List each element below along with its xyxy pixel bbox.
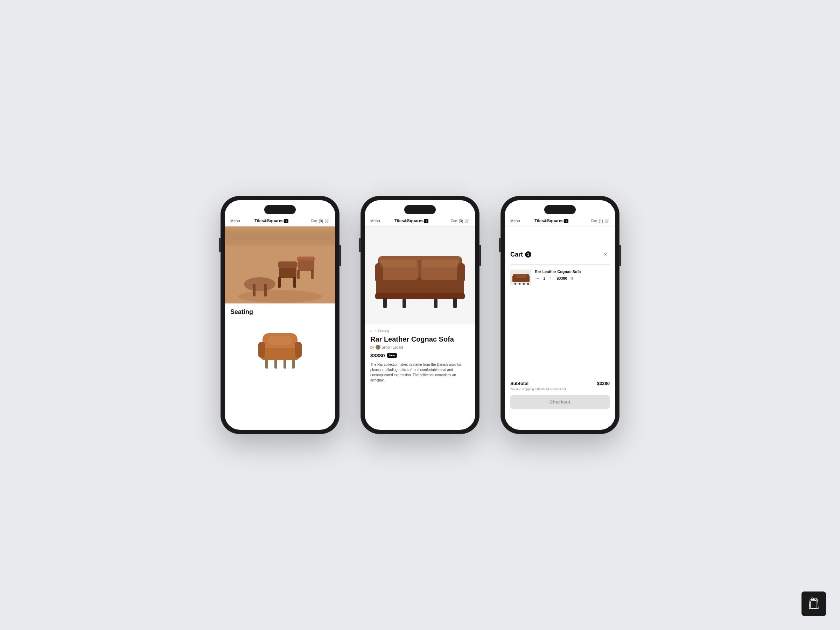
svg-rect-42 (526, 275, 529, 280)
shopify-icon (807, 597, 820, 611)
svg-rect-41 (512, 275, 516, 280)
phone2-cart-button[interactable]: Cart (0) 🛒 (451, 218, 470, 223)
svg-rect-19 (275, 360, 277, 369)
phone3: Menu Tiles&Squares+ Cart (1) 🛒 Cart 1 (501, 196, 619, 434)
svg-rect-44 (519, 283, 521, 284)
svg-rect-17 (295, 342, 302, 358)
qty-value: 1 (543, 276, 545, 280)
svg-rect-32 (383, 298, 387, 308)
svg-rect-34 (434, 299, 437, 308)
breadcrumb-sep: > (374, 328, 376, 333)
phone2-product-image (365, 226, 475, 324)
phone1-cart-button[interactable]: Cart (0) 🛒 (311, 218, 330, 223)
svg-point-1 (238, 290, 322, 303)
sofa-svg (368, 232, 472, 319)
tax-note: Tax and shipping calculated at checkout (510, 387, 610, 391)
phone1-product-card[interactable] (225, 326, 335, 372)
svg-rect-4 (264, 284, 267, 297)
svg-rect-7 (278, 277, 281, 288)
delete-item-button[interactable]: 🗑 (570, 276, 574, 280)
cart-divider (510, 264, 610, 265)
svg-rect-15 (261, 348, 299, 360)
armchair-svg (252, 326, 308, 372)
svg-rect-38 (379, 256, 461, 260)
svg-rect-37 (422, 261, 458, 267)
svg-rect-12 (311, 270, 314, 279)
cart-footer: Subtotal $3380 Tax and shipping calculat… (510, 381, 610, 409)
svg-rect-43 (515, 283, 516, 284)
cart-item-name: Rar Leather Cognac Sofa (535, 270, 610, 274)
svg-rect-6 (278, 261, 297, 268)
phone2-price-row: $3380 New (370, 352, 470, 358)
svg-rect-13 (225, 226, 335, 248)
phone1: Menu Tiles&Squares+ Cart (0) 🛒 (221, 196, 339, 434)
seller-avatar (376, 345, 381, 350)
phone3-wrapper: Menu Tiles&Squares+ Cart (1) 🛒 Cart 1 (501, 196, 619, 434)
cart-item-controls: − 1 + $3380 🗑 (535, 276, 610, 281)
cart-header: Cart 1 × (510, 232, 610, 259)
phone2-product-details: ⌂ > Seating Rar Leather Cognac Sofa by S… (365, 324, 475, 387)
phone1-dynamic-island (264, 205, 296, 214)
phone2-wrapper: Menu Tiles&Squares+ Cart (0) 🛒 (360, 196, 480, 434)
phone2-breadcrumb: ⌂ > Seating (370, 328, 470, 333)
phone3-brand: Tiles&Squares+ (512, 218, 591, 223)
phone2-price: $3380 (370, 352, 385, 358)
cart-item-image (510, 270, 531, 285)
cart-item-details: Rar Leather Cognac Sofa − 1 + $3380 🗑 (535, 270, 610, 281)
qty-decrease-button[interactable]: − (535, 276, 540, 281)
checkout-button[interactable]: Checkout (510, 395, 610, 409)
subtotal-row: Subtotal $3380 (510, 381, 610, 386)
svg-point-2 (244, 277, 275, 291)
cart-title: Cart 1 (510, 251, 531, 258)
svg-rect-31 (375, 293, 465, 299)
cart-item-sofa-icon (512, 270, 531, 284)
phone2-brand: Tiles&Squares+ (373, 218, 451, 223)
svg-rect-20 (284, 360, 286, 369)
svg-rect-36 (380, 261, 417, 267)
svg-rect-8 (293, 277, 296, 288)
item-price: $3380 (556, 276, 567, 280)
svg-rect-22 (268, 336, 292, 345)
phone2-product-description: The Rar collection takes its name from t… (370, 362, 470, 383)
svg-rect-18 (265, 359, 268, 369)
phones-container: Menu Tiles&Squares+ Cart (0) 🛒 (221, 196, 619, 434)
phone1-seating-section: Seating (225, 303, 335, 321)
svg-rect-46 (527, 283, 529, 284)
phone1-cart-icon: 🛒 (324, 218, 330, 223)
phone1-screen: Menu Tiles&Squares+ Cart (0) 🛒 (225, 200, 335, 430)
svg-rect-35 (453, 298, 457, 308)
phone1-seating-title: Seating (230, 308, 330, 316)
phone2-screen: Menu Tiles&Squares+ Cart (0) 🛒 (365, 200, 475, 430)
subtotal-value: $3380 (597, 381, 610, 386)
svg-rect-21 (292, 359, 295, 369)
cart-count-badge: 1 (525, 251, 531, 257)
breadcrumb-category[interactable]: Seating (377, 328, 389, 333)
phone1-brand: Tiles&Squares+ (232, 218, 311, 223)
phone2-product-title: Rar Leather Cognac Sofa (370, 335, 470, 343)
phone3-cart-overlay: Cart 1 × (505, 226, 615, 430)
phone2-new-badge: New (387, 353, 397, 358)
svg-rect-10 (297, 257, 315, 261)
cart-item: Rar Leather Cognac Sofa − 1 + $3380 🗑 (510, 270, 610, 285)
phone2-cart-icon: 🛒 (464, 218, 470, 223)
breadcrumb-home-icon: ⌂ (370, 328, 373, 333)
svg-rect-49 (811, 601, 817, 608)
svg-rect-3 (253, 284, 256, 297)
cart-close-button[interactable]: × (601, 250, 610, 259)
svg-rect-33 (403, 299, 406, 308)
svg-point-48 (816, 599, 816, 600)
phone1-chair-image (252, 326, 308, 372)
phone2: Menu Tiles&Squares+ Cart (0) 🛒 (360, 196, 480, 434)
qty-increase-button[interactable]: + (548, 276, 554, 281)
phone3-cart-button[interactable]: Cart (1) 🛒 (591, 218, 610, 223)
shopify-badge (802, 592, 826, 616)
seller-link[interactable]: Simon Legald (382, 346, 403, 349)
phone3-dynamic-island (544, 205, 576, 214)
subtotal-label: Subtotal (510, 381, 529, 386)
svg-point-47 (811, 599, 812, 600)
phone3-screen: Menu Tiles&Squares+ Cart (1) 🛒 Cart 1 (505, 200, 615, 430)
phone1-wrapper: Menu Tiles&Squares+ Cart (0) 🛒 (221, 196, 339, 434)
phone3-cart-icon: 🛒 (605, 218, 610, 223)
svg-rect-45 (523, 283, 525, 284)
hero-illustration (225, 226, 335, 303)
